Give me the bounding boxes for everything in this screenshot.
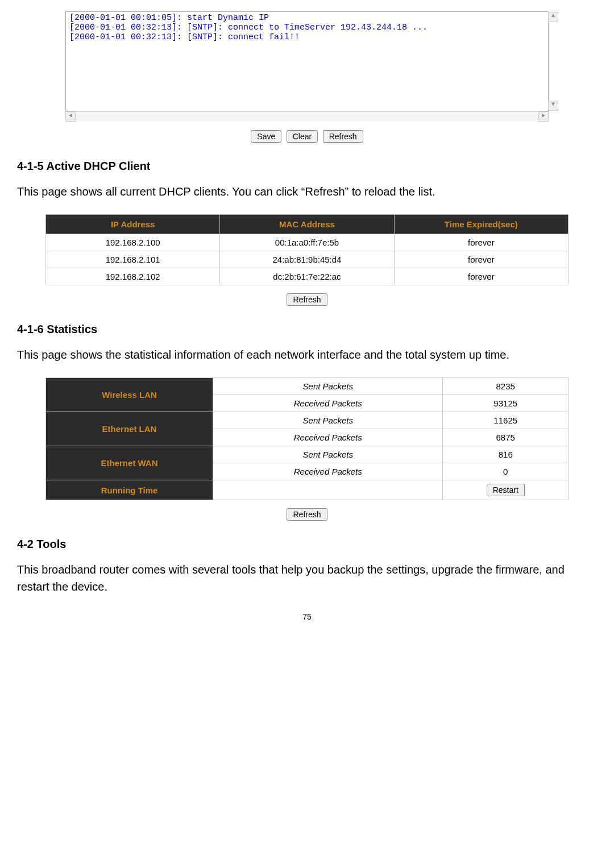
value-wlan-recv: 93125: [443, 395, 569, 412]
label-sent: Sent Packets: [213, 412, 443, 429]
refresh-button[interactable]: Refresh: [323, 130, 363, 143]
section-intro-tools: This broadband router comes with several…: [17, 561, 597, 595]
refresh-button[interactable]: Refresh: [287, 293, 327, 306]
cell-mac: 00:1a:a0:ff:7e:5b: [220, 234, 394, 251]
table-row: Ethernet WAN Sent Packets 816: [46, 446, 569, 463]
clear-button[interactable]: Clear: [287, 130, 318, 143]
table-row: Wireless LAN Sent Packets 8235: [46, 378, 569, 395]
empty-cell: [213, 480, 443, 500]
section-intro-stats: This page shows the statistical informat…: [17, 346, 597, 363]
restart-button[interactable]: Restart: [487, 484, 525, 496]
scroll-right-icon[interactable]: ►: [538, 111, 549, 122]
col-time: Time Expired(sec): [394, 215, 568, 234]
label-recv: Received Packets: [213, 429, 443, 446]
row-ethernet-lan: Ethernet LAN: [46, 412, 213, 446]
section-heading-dhcp: 4-1-5 Active DHCP Client: [17, 160, 597, 173]
col-mac: MAC Address: [220, 215, 394, 234]
scroll-left-icon[interactable]: ◄: [65, 111, 76, 122]
table-row: Running Time Restart: [46, 480, 569, 500]
label-sent: Sent Packets: [213, 378, 443, 395]
table-row: 192.168.2.101 24:ab:81:9b:45:d4 forever: [46, 251, 569, 268]
cell-time: forever: [394, 251, 568, 268]
page-number: 75: [17, 612, 597, 621]
cell-ip: 192.168.2.102: [46, 268, 220, 285]
table-row: 192.168.2.100 00:1a:a0:ff:7e:5b forever: [46, 234, 569, 251]
cell-time: forever: [394, 234, 568, 251]
cell-ip: 192.168.2.100: [46, 234, 220, 251]
system-log-textarea[interactable]: [2000-01-01 00:01:05]: start Dynamic IP …: [65, 11, 549, 111]
cell-mac: dc:2b:61:7e:22:ac: [220, 268, 394, 285]
table-row: Ethernet LAN Sent Packets 11625: [46, 412, 569, 429]
log-line: [2000-01-01 00:32:13]: [SNTP]: connect t…: [69, 23, 545, 32]
value-elan-recv: 6875: [443, 429, 569, 446]
save-button[interactable]: Save: [251, 130, 281, 143]
row-ethernet-wan: Ethernet WAN: [46, 446, 213, 480]
label-recv: Received Packets: [213, 395, 443, 412]
value-elan-sent: 11625: [443, 412, 569, 429]
row-wireless-lan: Wireless LAN: [46, 378, 213, 412]
cell-time: forever: [394, 268, 568, 285]
table-row: 192.168.2.102 dc:2b:61:7e:22:ac forever: [46, 268, 569, 285]
value-ewan-recv: 0: [443, 463, 569, 480]
row-running-time: Running Time: [46, 480, 213, 500]
label-recv: Received Packets: [213, 463, 443, 480]
value-wlan-sent: 8235: [443, 378, 569, 395]
log-line: [2000-01-01 00:32:13]: [SNTP]: connect f…: [69, 32, 545, 42]
scroll-down-icon[interactable]: ▼: [548, 101, 558, 111]
value-ewan-sent: 816: [443, 446, 569, 463]
cell-ip: 192.168.2.101: [46, 251, 220, 268]
refresh-button[interactable]: Refresh: [287, 508, 327, 521]
statistics-table: Wireless LAN Sent Packets 8235 Received …: [45, 377, 569, 500]
cell-mac: 24:ab:81:9b:45:d4: [220, 251, 394, 268]
section-heading-tools: 4-2 Tools: [17, 538, 597, 551]
label-sent: Sent Packets: [213, 446, 443, 463]
table-header-row: IP Address MAC Address Time Expired(sec): [46, 215, 569, 234]
restart-cell: Restart: [443, 480, 569, 500]
log-line: [2000-01-01 00:01:05]: start Dynamic IP: [69, 13, 545, 23]
scroll-up-icon[interactable]: ▲: [548, 12, 558, 22]
dhcp-clients-table: IP Address MAC Address Time Expired(sec)…: [45, 214, 569, 285]
section-heading-stats: 4-1-6 Statistics: [17, 323, 597, 336]
section-intro-dhcp: This page shows all current DHCP clients…: [17, 183, 597, 200]
col-ip: IP Address: [46, 215, 220, 234]
